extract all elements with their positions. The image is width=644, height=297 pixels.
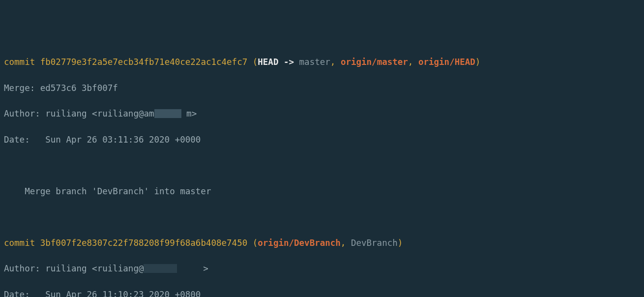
ref-devbranch: DevBranch	[351, 238, 398, 248]
blank-line	[4, 210, 640, 223]
date-line: Date: Sun Apr 26 11:10:23 2020 +0800	[4, 288, 640, 297]
commit-hash: fb02779e3f2a5e7ecb34fb71e40ce22ac1c4efc7	[40, 57, 247, 67]
ref-sep: ,	[408, 57, 418, 67]
commit-label: commit	[4, 238, 40, 248]
merge-line: Merge: ed573c6 3bf007f	[4, 82, 640, 94]
commit-message: Merge branch 'DevBranch' into master	[4, 185, 640, 198]
refs-open: (	[247, 238, 258, 248]
blank-line	[4, 159, 640, 172]
refs-close: )	[475, 57, 481, 67]
ref-sep: ,	[330, 57, 341, 67]
ref-origin-devbranch: origin/DevBranch	[258, 238, 341, 248]
refs-close: )	[398, 238, 403, 248]
redacted-domain-icon	[154, 109, 181, 118]
author-prefix: Author: ruiliang <ruiliang@	[4, 264, 144, 273]
author-suffix: m>	[186, 109, 197, 119]
author-line: Author: ruiliang <ruiliang@ >	[4, 262, 640, 275]
ref-origin-master: origin/master	[341, 57, 408, 67]
ref-sep: ,	[341, 238, 351, 248]
refs-open: (	[247, 57, 258, 67]
commit-header-line: commit fb02779e3f2a5e7ecb34fb71e40ce22ac…	[4, 56, 640, 68]
ref-head: HEAD ->	[258, 57, 299, 67]
author-suffix: >	[203, 264, 208, 273]
commit-label: commit	[4, 57, 40, 67]
date-line: Date: Sun Apr 26 03:11:36 2020 +0000	[4, 133, 640, 146]
author-prefix: Author: ruiliang <ruiliang@am	[4, 109, 154, 119]
ref-origin-head: origin/HEAD	[418, 57, 475, 67]
ref-master: master	[299, 57, 330, 67]
commit-hash: 3bf007f2e8307c22f788208f99f68a6b408e7450	[40, 238, 247, 248]
author-line: Author: ruiliang <ruiliang@am m>	[4, 107, 640, 120]
commit-header-line: commit 3bf007f2e8307c22f788208f99f68a6b4…	[4, 237, 640, 249]
redacted-domain-icon	[144, 264, 177, 273]
